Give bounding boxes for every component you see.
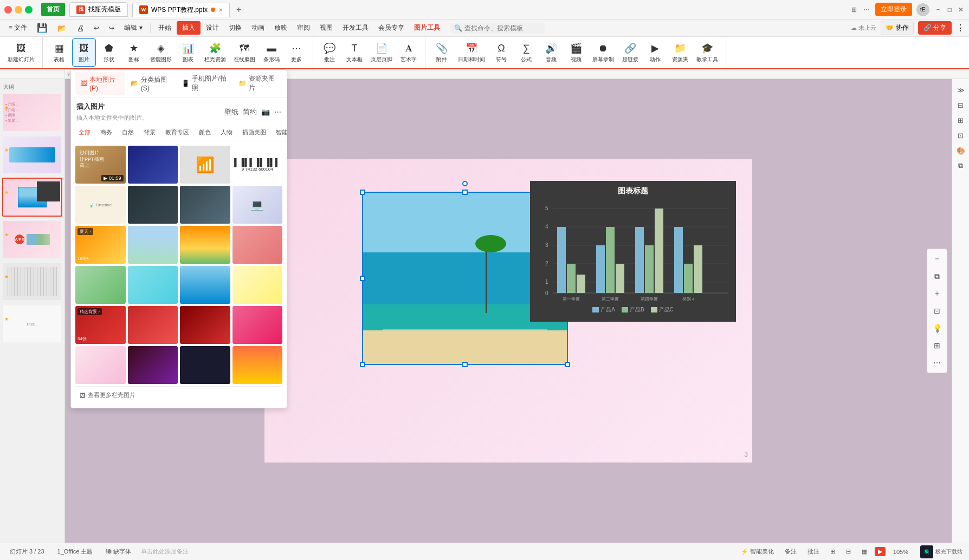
win-close-btn[interactable] [4, 6, 12, 14]
cat-nature[interactable]: 自然 [119, 127, 137, 138]
batch-btn[interactable]: 批注 [804, 546, 823, 557]
right-crop2-btn[interactable]: ⊡ [954, 129, 967, 142]
note-hint[interactable]: 单击此处添加备注 [141, 548, 189, 556]
img-bg-sunset[interactable] [232, 346, 283, 384]
template-tab[interactable]: 找 找瓶壳模版 [69, 2, 128, 17]
menu-animation[interactable]: 动画 [247, 21, 269, 35]
toolbar-smart-btn[interactable]: ◈ 智能图形 [147, 38, 175, 67]
subtab-resource[interactable]: 📁 资源夹图片 [233, 72, 282, 95]
win-min-btn[interactable] [15, 6, 22, 14]
slide-thumb-3[interactable]: ★ [2, 178, 62, 217]
toolbar-audio-btn[interactable]: 🔊 音频 [539, 38, 563, 67]
wallpaper-btn[interactable]: 壁纸 [224, 107, 238, 117]
toolbar-text-btn[interactable]: T 文本框 [343, 38, 366, 67]
toolbar-hyperlink-btn[interactable]: 🔗 超链接 [618, 38, 642, 67]
grid-layout-icon[interactable]: ⊞ [850, 5, 858, 15]
handle-t[interactable] [462, 190, 468, 195]
ai-beautify-btn[interactable]: ⚡ 智能美化 [738, 546, 777, 557]
img-laptop[interactable]: 💻 [232, 186, 283, 224]
img-child-flowers[interactable] [128, 226, 178, 264]
layer-btn[interactable]: ⧉ [929, 269, 945, 284]
menu-review[interactable]: 审阅 [293, 21, 314, 35]
view-more-btn[interactable]: 🖼 查看更多栏壳图片 [75, 386, 282, 403]
zoom-level[interactable]: 105% [890, 548, 912, 556]
collab-btn[interactable]: 🤝 协作 [881, 21, 913, 35]
subtab-local[interactable]: 🖼 本地图片(P) [75, 72, 125, 95]
img-bg-dark2[interactable] [128, 346, 178, 384]
zoom-out-btn[interactable]: － [929, 251, 945, 266]
view-grid-btn[interactable]: ▦ [858, 547, 870, 556]
slide-thumb-6[interactable]: lines... ★ [2, 304, 62, 343]
img-bg-dark1[interactable] [75, 346, 126, 384]
img-bg-red4[interactable] [232, 306, 283, 344]
toolbar-strip-btn[interactable]: ▬ 条形码 [260, 38, 283, 67]
img-barcode[interactable]: ▌▐▌▌▐▌▐▌▌ 9 74132 600104 [232, 146, 283, 184]
cat-people[interactable]: 人物 [217, 127, 236, 138]
img-beach-hat[interactable] [232, 226, 283, 264]
right-color-btn[interactable]: 🎨 [954, 144, 967, 157]
toolbar-screen-rec-btn[interactable]: ⏺ 屏幕录制 [589, 38, 617, 67]
toolbar-shell-btn[interactable]: 🧩 栏壳资源 [201, 38, 229, 67]
slide-thumb-4[interactable]: WPS ★ [2, 220, 62, 259]
toolbar-picture-btn[interactable]: 🖼 图片 [72, 38, 96, 67]
img-computer[interactable] [128, 186, 178, 224]
menu-slideshow[interactable]: 放映 [270, 21, 292, 35]
cat-all[interactable]: 全部 [75, 127, 94, 138]
toolbar-batch-btn[interactable]: 💬 批注 [318, 38, 341, 67]
view-slide-btn[interactable]: ⊟ [843, 547, 854, 556]
handle-l[interactable] [360, 276, 365, 281]
toolbar-online-btn[interactable]: 🗺 在线脑图 [230, 38, 259, 67]
cat-illustration[interactable]: 插画美图 [239, 127, 269, 138]
handle-br[interactable] [565, 362, 570, 367]
img-bg-red1[interactable]: 精选背景 › 54张 [75, 306, 126, 344]
img-drinks[interactable] [128, 266, 178, 304]
img-video-thumb[interactable]: 秒用图片让PPT插画高上 ▶ 01:59 [75, 146, 126, 184]
img-wifi[interactable]: 📶 [180, 146, 230, 184]
menu-quick-save[interactable]: 💾 [33, 21, 52, 35]
right-format-btn[interactable]: ⊟ [954, 99, 967, 112]
play-btn[interactable]: ▶ [875, 547, 886, 556]
cat-ai[interactable]: 智能 › [273, 127, 287, 138]
slide-thumb-2[interactable]: ★ [2, 135, 62, 174]
subtab-phone[interactable]: 📱 手机图片/拍照 [176, 72, 233, 95]
menu-insert[interactable]: 插入 [177, 21, 201, 35]
menu-dev[interactable]: 开发工具 [338, 21, 373, 35]
home-tab[interactable]: 首页 [41, 3, 65, 16]
menu-view[interactable]: 视图 [315, 21, 337, 35]
right-align-btn[interactable]: ⊞ [954, 114, 967, 127]
search-bar[interactable]: 🔍 [450, 23, 545, 34]
toolbar-shape-btn[interactable]: ⬟ 形状 [97, 38, 121, 67]
toolbar-action-btn[interactable]: ▶ 动作 [643, 38, 667, 67]
img-summer-bg[interactable]: 夏天 › 164张 [75, 226, 126, 264]
toolbar-formula-btn[interactable]: ∑ 公式 [514, 38, 538, 67]
img-bg-red2[interactable] [128, 306, 178, 344]
menu-design[interactable]: 设计 [202, 21, 223, 35]
share-btn[interactable]: 🔗 分享 [918, 21, 952, 35]
minimize-icon[interactable]: － [934, 4, 942, 15]
img-food[interactable] [75, 266, 126, 304]
tab-close-btn[interactable]: ✕ [218, 7, 223, 13]
menu-undo[interactable]: ↩ [89, 22, 104, 34]
cat-edu[interactable]: 教育专区 [162, 127, 192, 138]
view-normal-btn[interactable]: ⊞ [827, 547, 838, 556]
cat-business[interactable]: 商务 [97, 127, 115, 138]
right-dup-btn[interactable]: ⧉ [954, 159, 967, 172]
img-sunflower[interactable] [180, 226, 230, 264]
cat-color[interactable]: 颜色 [196, 127, 214, 138]
lightbulb-btn[interactable]: 💡 [929, 321, 945, 336]
zoom-in-btn[interactable]: ＋ [929, 286, 945, 301]
panel-more-btn[interactable]: ⋯ [274, 108, 281, 116]
menu-edit[interactable]: 编辑 ▾ [120, 21, 146, 35]
theme-info[interactable]: 1_Office 主题 [54, 546, 96, 557]
img-bg-red3[interactable] [180, 306, 230, 344]
menu-open[interactable]: 📂 [53, 22, 71, 35]
camera-btn[interactable]: 📷 [261, 108, 270, 116]
img-tablet[interactable] [180, 186, 230, 224]
img-tech-phone[interactable] [128, 146, 178, 184]
close-icon[interactable]: ✕ [957, 5, 965, 15]
toolbar-icon-btn[interactable]: ★ 图标 [122, 38, 146, 67]
simple-btn[interactable]: 简约 [243, 107, 257, 117]
handle-b[interactable] [462, 362, 468, 367]
toolbar-source-btn[interactable]: 📁 资源夹 [668, 38, 692, 67]
toolbar-symbol-btn[interactable]: Ω 符号 [489, 38, 513, 67]
